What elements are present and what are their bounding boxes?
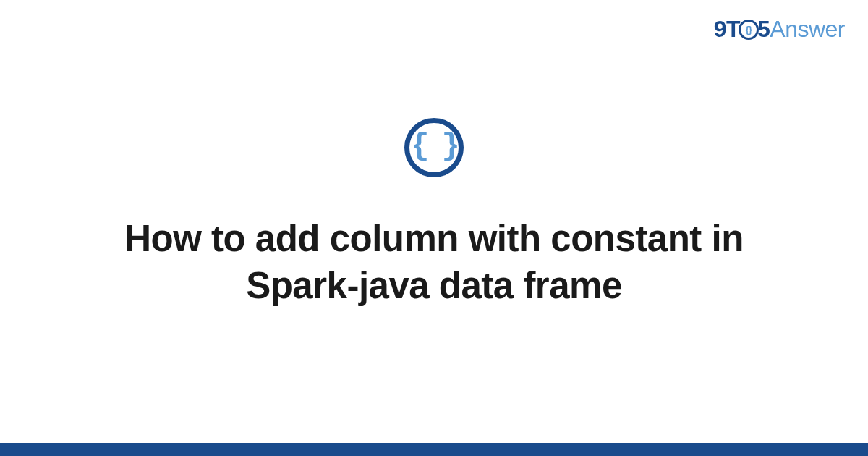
footer-accent-bar	[0, 443, 868, 456]
code-braces-icon: { }	[404, 118, 464, 177]
code-braces-glyph: { }	[411, 131, 457, 161]
main-content: { } How to add column with constant in S…	[0, 0, 868, 456]
page-title: How to add column with constant in Spark…	[72, 215, 796, 310]
